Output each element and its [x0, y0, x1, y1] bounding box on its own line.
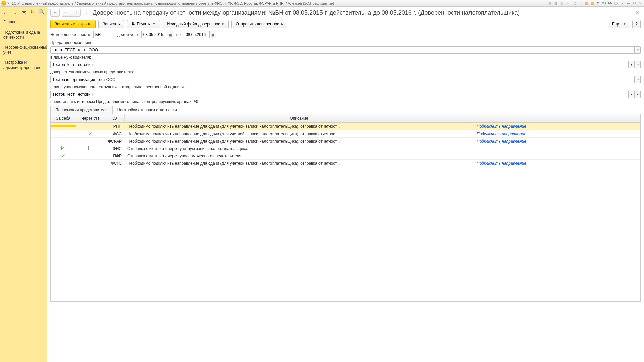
- table-row[interactable]: РПННеобходимо подключить направление для…: [51, 123, 640, 130]
- checkbox[interactable]: [88, 146, 92, 150]
- col-self[interactable]: За себя: [51, 114, 76, 122]
- col-ko[interactable]: КО: [104, 114, 125, 122]
- head-dd-icon[interactable]: ▾: [629, 61, 635, 68]
- more-label: Еще: [612, 22, 620, 27]
- cell-ko: ФСС: [104, 131, 125, 137]
- ti-4-icon[interactable]: ☆: [565, 1, 570, 6]
- tab-powers[interactable]: Полномочия представителя: [50, 106, 113, 114]
- checkbox-checked[interactable]: [61, 146, 65, 150]
- cell-self: [51, 162, 76, 164]
- dd-icon[interactable]: ▾: [620, 1, 625, 6]
- cell-desc: Необходимо подключить направление для сд…: [125, 131, 474, 137]
- tab-send-settings[interactable]: Настройки отправки отчетности: [112, 106, 182, 114]
- connect-link[interactable]: Подключить направление: [477, 161, 526, 166]
- maximize-icon[interactable]: ☐: [632, 1, 637, 6]
- app-dropdown-icon[interactable]: ▼: [7, 2, 10, 5]
- sidebar-item-personal[interactable]: Персонифицированный учет: [0, 43, 47, 58]
- table-row[interactable]: ФСГСНеобходимо подключить направление дл…: [51, 160, 640, 167]
- cell-up: [76, 155, 104, 157]
- main-area: ⌂ ← → ☆ Доверенность на передачу отчетно…: [47, 7, 644, 362]
- ti-8-icon[interactable]: ▥: [590, 1, 594, 6]
- ti-1-icon[interactable]: ⊞: [547, 1, 552, 6]
- ti-6-icon[interactable]: ☐: [578, 1, 582, 6]
- cell-link: [474, 148, 640, 150]
- table-row[interactable]: ФНСОтправка отчетности через учетную зап…: [51, 145, 640, 152]
- mem-mplus-icon[interactable]: M+: [602, 1, 606, 6]
- table-row[interactable]: ФСРАРНеобходимо подключить направление д…: [51, 138, 640, 145]
- send-button[interactable]: Отправить доверенность: [231, 20, 287, 28]
- minimize-icon[interactable]: —: [626, 1, 631, 6]
- table-row[interactable]: ✓ФССНеобходимо подключить направление дл…: [51, 130, 640, 138]
- back-button[interactable]: ←: [62, 9, 71, 17]
- info-icon[interactable]: ⓘ: [614, 1, 618, 6]
- calendar-from-icon[interactable]: ▦: [167, 31, 174, 38]
- connect-link[interactable]: Подключить направление: [477, 132, 526, 136]
- star-icon[interactable]: ★: [22, 9, 27, 15]
- apps-icon[interactable]: ⋮⋮⋮: [2, 9, 18, 15]
- ti-5-icon[interactable]: ⬚: [572, 1, 576, 6]
- titlebar: ▼ 1С:Уполномоченный представитель / Упол…: [0, 0, 644, 7]
- head-input[interactable]: [50, 61, 629, 68]
- ti-2-icon[interactable]: ▦: [553, 1, 558, 6]
- open-head-icon[interactable]: ↗: [635, 61, 641, 68]
- source-file-button[interactable]: Исходный файл доверенности: [163, 20, 229, 28]
- cell-ko: ПФР: [104, 153, 125, 159]
- cell-link: Подключить направление: [474, 123, 640, 130]
- check-icon: ✓: [89, 131, 92, 136]
- cell-desc: Отправка отчетности через уполномоченног…: [125, 153, 474, 159]
- save-close-button[interactable]: Записать и закрыть: [50, 20, 96, 28]
- col-up[interactable]: Через УП: [76, 114, 104, 122]
- tabs: Полномочия представителя Настройки отпра…: [50, 105, 641, 114]
- home-button[interactable]: ⌂: [50, 9, 60, 17]
- cell-up: ✓: [76, 130, 104, 137]
- mem-m-icon[interactable]: M: [596, 1, 600, 6]
- ti-7-icon[interactable]: ▦: [584, 1, 588, 6]
- favorite-icon[interactable]: ☆: [84, 9, 89, 16]
- close-window-icon[interactable]: ✕: [638, 1, 643, 6]
- valid-to-input[interactable]: [184, 31, 210, 38]
- calendar-to-icon[interactable]: ▦: [210, 31, 216, 38]
- table-row[interactable]: ✓ПФРОтправка отчетности через уполномоче…: [51, 152, 640, 160]
- save-button[interactable]: Записать: [98, 20, 124, 28]
- auth-dd-icon[interactable]: ▾: [629, 91, 635, 98]
- cell-self: [51, 133, 76, 135]
- ti-3-icon[interactable]: ▤: [559, 1, 564, 6]
- valid-from-input[interactable]: [141, 31, 167, 38]
- search-icon[interactable]: 🔍: [38, 9, 45, 15]
- sidebar-item-reports[interactable]: Подготовка и сдача отчетности: [0, 28, 47, 43]
- window-controls: ⊞ ▦ ▤ ☆ ⬚ ☐ ▦ ▥ M M+ M- ⓘ ▾ — ☐ ✕: [547, 1, 643, 6]
- nav-row: ⌂ ← → ☆ Доверенность на передачу отчетно…: [47, 7, 644, 19]
- print-button[interactable]: 🖶Печать▼: [127, 20, 160, 28]
- trusts-input[interactable]: [50, 76, 635, 83]
- num-input[interactable]: [93, 31, 113, 38]
- cell-ko: ФНС: [104, 145, 125, 152]
- cell-self: [51, 140, 76, 142]
- close-page-icon[interactable]: ✕: [634, 9, 641, 17]
- grid-header: За себя Через УП КО Описание: [51, 114, 640, 123]
- history-icon[interactable]: ↻: [30, 9, 35, 15]
- repr-face-input[interactable]: [50, 46, 635, 54]
- mem-mminus-icon[interactable]: M-: [608, 1, 612, 6]
- form-area: Номер доверенности: действует с ▦ по: ▦ …: [47, 31, 644, 305]
- grid-empty-area: [51, 167, 640, 301]
- open-auth-icon[interactable]: ↗: [635, 91, 641, 98]
- more-button[interactable]: Еще▼: [608, 20, 630, 28]
- open-trusts-icon[interactable]: ↗: [635, 76, 641, 83]
- help-button[interactable]: ?: [632, 20, 641, 28]
- col-desc[interactable]: Описание: [125, 114, 474, 122]
- check-icon: ✓: [62, 153, 65, 158]
- connect-link[interactable]: Подключить направление: [477, 139, 526, 144]
- open-repr-icon[interactable]: ↗: [635, 46, 641, 54]
- trusts-label: доверяет Уполномоченному представителю:: [50, 70, 641, 74]
- sidebar-item-main[interactable]: Главное: [0, 17, 47, 28]
- auth-emp-input[interactable]: [50, 91, 629, 98]
- sidebar-item-settings[interactable]: Настройка и администрирование: [0, 58, 47, 73]
- grid-body: РПННеобходимо подключить направление для…: [51, 123, 640, 167]
- cell-link: Подключить направление: [474, 131, 640, 137]
- valid-from-label: действует с: [117, 32, 139, 37]
- cell-up: [76, 145, 104, 152]
- connect-link[interactable]: Подключить направление: [477, 124, 526, 129]
- cell-up: [76, 162, 104, 164]
- forward-button[interactable]: →: [71, 9, 81, 17]
- cell-up: [76, 140, 104, 142]
